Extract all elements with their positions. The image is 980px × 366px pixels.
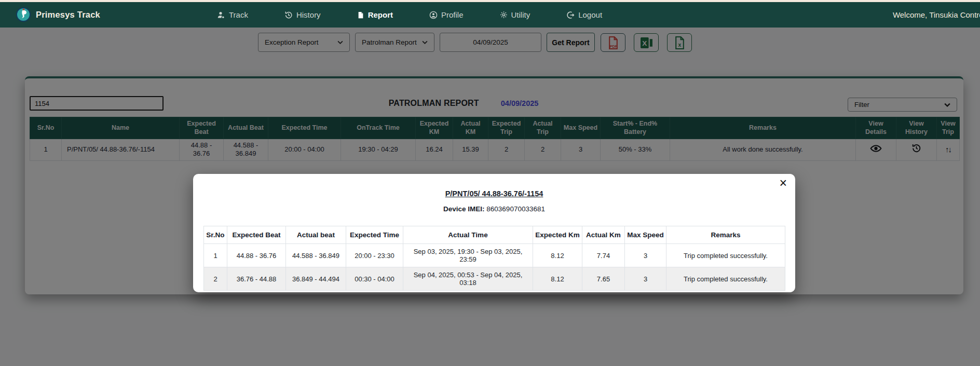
mcell: 3: [625, 244, 666, 267]
nav-item-track[interactable]: Track: [217, 10, 248, 19]
brand[interactable]: Primesys Track: [16, 7, 100, 22]
mcol-max-speed: Max Speed: [625, 226, 666, 244]
brand-logo-icon: [16, 7, 31, 22]
mcell: 2: [204, 267, 227, 291]
mcol-expected-beat: Expected Beat: [227, 226, 286, 244]
imei-value: 860369070033681: [485, 205, 545, 213]
nav-label-report: Report: [368, 10, 393, 19]
mcell: Trip completed successfully.: [666, 244, 785, 267]
logout-icon: [566, 11, 575, 19]
mcell: 1: [204, 244, 227, 267]
modal-header-row: Sr.No Expected Beat Actual beat Expected…: [204, 226, 785, 244]
mcell: 20:00 - 23:30: [346, 244, 403, 267]
mcol-expected-time: Expected Time: [346, 226, 403, 244]
modal-table-row: 1 44.88 - 36.76 44.588 - 36.849 20:00 - …: [204, 244, 785, 267]
mcell: 8.12: [533, 244, 582, 267]
mcell: 7.65: [582, 267, 625, 291]
nav-item-utility[interactable]: Utility: [500, 10, 530, 19]
nav-item-history[interactable]: History: [284, 10, 321, 19]
mcol-remarks: Remarks: [666, 226, 785, 244]
mcell: 44.588 - 36.849: [286, 244, 346, 267]
mcol-expected-km: Expected Km: [533, 226, 582, 244]
profile-icon: [429, 11, 438, 19]
nav-item-report[interactable]: Report: [357, 10, 393, 19]
nav-label-utility: Utility: [511, 10, 530, 19]
mcell: Sep 04, 2025, 00:53 - Sep 04, 2025, 03:1…: [403, 267, 533, 291]
mcell: 44.88 - 36.76: [227, 244, 286, 267]
mcell: 7.74: [582, 244, 625, 267]
person-icon: [217, 11, 225, 19]
mcell: 00:30 - 04:00: [346, 267, 403, 291]
trip-detail-table: Sr.No Expected Beat Actual beat Expected…: [203, 226, 785, 291]
history-icon: [284, 11, 293, 19]
mcell: 36.849 - 44.494: [286, 267, 346, 291]
patrolman-detail-modal: × P/PNT/05/ 44.88-36.76/-1154 Device IME…: [193, 174, 795, 292]
mcell: Sep 03, 2025, 19:30 - Sep 03, 2025, 23:5…: [403, 244, 533, 267]
nav-item-profile[interactable]: Profile: [429, 10, 464, 19]
nav-label-history: History: [296, 10, 321, 19]
brand-title: Primesys Track: [36, 10, 100, 20]
modal-table-row: 2 36.76 - 44.88 36.849 - 44.494 00:30 - …: [204, 267, 785, 291]
close-icon[interactable]: ×: [779, 175, 787, 191]
nav-label-logout: Logout: [578, 10, 602, 19]
imei-label: Device IMEI:: [443, 205, 485, 213]
device-imei-line: Device IMEI: 860369070033681: [193, 205, 795, 213]
file-icon: [357, 11, 364, 19]
mcol-srno: Sr.No: [204, 226, 227, 244]
welcome-text: Welcome, Tinsukia Control: [893, 2, 980, 28]
nav-item-logout[interactable]: Logout: [566, 10, 602, 19]
mcol-actual-time: Actual Time: [403, 226, 533, 244]
nav-items: Track History Report: [217, 2, 602, 28]
nav-label-track: Track: [229, 10, 248, 19]
window-top-strip: [0, 0, 980, 2]
mcol-actual-beat: Actual beat: [286, 226, 346, 244]
modal-title[interactable]: P/PNT/05/ 44.88-36.76/-1154: [193, 189, 795, 198]
gear-icon: [500, 11, 508, 19]
mcell: 3: [625, 267, 666, 291]
mcell: 8.12: [533, 267, 582, 291]
mcell: Trip completed successfully.: [666, 267, 785, 291]
mcol-actual-km: Actual Km: [582, 226, 625, 244]
mcell: 36.76 - 44.88: [227, 267, 286, 291]
navbar: Primesys Track Track History: [0, 2, 980, 28]
nav-label-profile: Profile: [441, 10, 464, 19]
